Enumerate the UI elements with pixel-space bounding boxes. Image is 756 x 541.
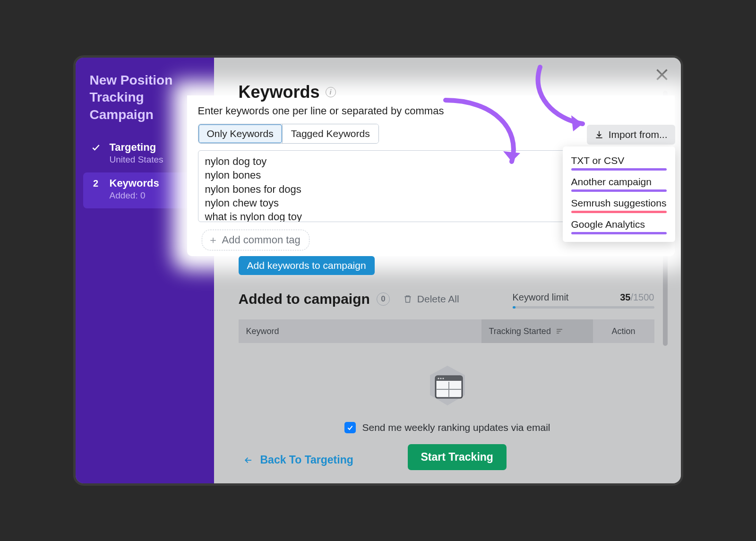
import-option-google-analytics[interactable]: Google Analytics [563, 215, 675, 236]
added-count-badge: 0 [377, 292, 390, 306]
trash-icon [403, 294, 412, 304]
weekly-updates-label: Send me weekly ranking updates via email [362, 422, 550, 433]
svg-rect-3 [557, 331, 561, 331]
step-label: Targeting [110, 141, 163, 154]
instruction-text: Enter keywords one per line or separated… [198, 105, 444, 117]
arrow-left-icon [243, 456, 254, 464]
col-tracking-started[interactable]: Tracking Started [481, 319, 593, 343]
col-keyword: Keyword [239, 319, 481, 343]
step-targeting[interactable]: Targeting United States [90, 137, 202, 172]
col-action: Action [593, 319, 654, 343]
import-option-another-campaign[interactable]: Another campaign [563, 172, 675, 194]
close-button[interactable] [653, 66, 670, 83]
import-dropdown: TXT or CSV Another campaign Semrush sugg… [563, 146, 675, 242]
keyword-mode-segment: Only Keywords Tagged Keywords [198, 124, 379, 144]
add-common-tag-button[interactable]: ＋ Add common tag [202, 230, 309, 250]
import-option-semrush[interactable]: Semrush suggestions [563, 194, 675, 215]
segment-only-keywords[interactable]: Only Keywords [198, 124, 282, 143]
segment-tagged-keywords[interactable]: Tagged Keywords [282, 124, 378, 143]
step-label: Keywords [110, 177, 159, 189]
svg-point-8 [440, 378, 441, 379]
main-panel: Keywords i Enter keywords one per line o… [214, 58, 681, 483]
limit-progress [513, 306, 654, 309]
page-title: Keywords i [239, 82, 336, 102]
svg-point-7 [438, 378, 439, 379]
svg-rect-6 [436, 376, 462, 381]
step-sublabel: Added: 0 [110, 190, 159, 201]
plus-icon: ＋ [208, 233, 218, 247]
info-icon[interactable]: i [326, 87, 336, 97]
wizard-title: New Position Tracking Campaign [90, 72, 202, 123]
empty-state-illustration [421, 362, 473, 409]
svg-rect-2 [557, 329, 562, 329]
weekly-updates-row[interactable]: Send me weekly ranking updates via email [344, 422, 550, 433]
sort-icon [556, 327, 563, 335]
step-sublabel: United States [110, 155, 163, 165]
download-icon [594, 130, 604, 139]
add-keywords-button[interactable]: Add keywords to campaign [239, 256, 375, 275]
step-number: 2 [90, 177, 102, 189]
start-tracking-button[interactable]: Start Tracking [408, 444, 507, 470]
delete-all-button[interactable]: Delete All [403, 293, 459, 305]
import-from-button[interactable]: Import from... [587, 125, 675, 145]
weekly-updates-checkbox[interactable] [344, 422, 355, 433]
import-option-txt-csv[interactable]: TXT or CSV [563, 151, 675, 172]
keyword-limit: Keyword limit 35/1500 [513, 292, 654, 303]
back-to-targeting-button[interactable]: Back To Targeting [243, 454, 353, 466]
svg-rect-4 [557, 333, 559, 333]
check-icon [90, 141, 102, 154]
svg-point-9 [442, 378, 444, 379]
keywords-table-header: Keyword Tracking Started Action [239, 319, 654, 343]
added-heading: Added to campaign 0 [239, 291, 390, 307]
